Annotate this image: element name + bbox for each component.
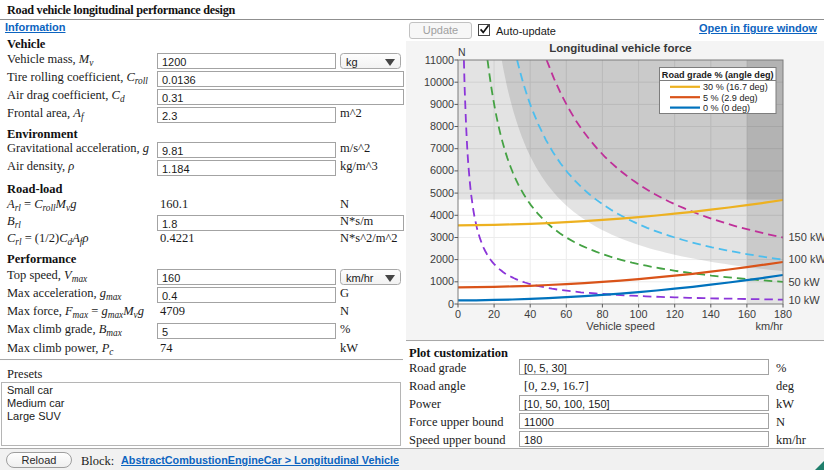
- svg-text:0: 0: [448, 298, 454, 310]
- svg-text:9000: 9000: [430, 98, 454, 110]
- svg-text:Vehicle speed: Vehicle speed: [586, 320, 655, 332]
- svg-text:160: 160: [738, 308, 756, 320]
- svg-text:20: 20: [488, 308, 500, 320]
- svg-text:80: 80: [596, 308, 608, 320]
- svg-text:150 kW: 150 kW: [789, 231, 824, 243]
- svg-text:120: 120: [666, 308, 684, 320]
- svg-text:50 kW: 50 kW: [789, 276, 821, 288]
- svg-text:4000: 4000: [430, 209, 454, 221]
- svg-text:10000: 10000: [424, 76, 454, 88]
- svg-text:N: N: [458, 46, 466, 58]
- svg-text:100: 100: [630, 308, 648, 320]
- svg-text:10 kW: 10 kW: [789, 294, 821, 306]
- svg-text:180: 180: [774, 308, 792, 320]
- svg-text:40: 40: [524, 308, 536, 320]
- svg-text:1000: 1000: [430, 275, 454, 287]
- svg-text:60: 60: [560, 308, 572, 320]
- svg-text:11000: 11000: [425, 54, 454, 66]
- svg-text:0 % (0 deg): 0 % (0 deg): [703, 103, 750, 113]
- svg-text:6000: 6000: [430, 164, 454, 176]
- svg-text:5 % (2.9 deg): 5 % (2.9 deg): [703, 93, 758, 103]
- svg-text:5000: 5000: [430, 187, 454, 199]
- svg-text:2000: 2000: [430, 253, 454, 265]
- svg-text:30 % (16.7 deg): 30 % (16.7 deg): [703, 82, 768, 92]
- svg-text:0: 0: [455, 308, 461, 320]
- svg-text:7000: 7000: [430, 142, 454, 154]
- svg-text:3000: 3000: [430, 231, 454, 243]
- svg-text:140: 140: [702, 308, 720, 320]
- svg-text:km/hr: km/hr: [756, 320, 784, 332]
- svg-text:8000: 8000: [430, 120, 454, 132]
- svg-text:Road grade % (angle deg): Road grade % (angle deg): [662, 70, 774, 80]
- svg-text:100 kW: 100 kW: [789, 253, 824, 265]
- svg-text:Longitudinal vehicle force: Longitudinal vehicle force: [549, 42, 692, 54]
